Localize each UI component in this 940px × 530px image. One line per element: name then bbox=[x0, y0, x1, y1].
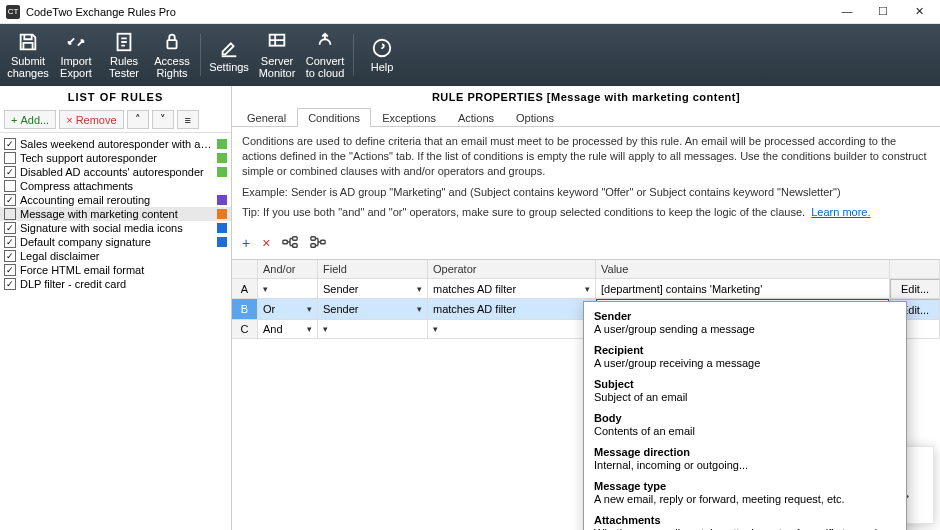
grid-header bbox=[890, 260, 940, 279]
learn-more-link[interactable]: Learn more. bbox=[811, 206, 870, 218]
grid-header: Field bbox=[318, 260, 428, 279]
rule-color-swatch bbox=[217, 251, 227, 261]
rule-row[interactable]: ✓Accounting email rerouting bbox=[0, 193, 231, 207]
rule-row[interactable]: ✓Legal disclaimer bbox=[0, 249, 231, 263]
operator-select[interactable]: matches AD filter bbox=[428, 279, 596, 299]
move-up-button[interactable]: ˄ bbox=[127, 110, 149, 129]
rule-checkbox[interactable] bbox=[4, 180, 16, 192]
tab-actions[interactable]: Actions bbox=[447, 108, 505, 127]
rule-name: DLP filter - credit card bbox=[20, 278, 213, 290]
field-select[interactable]: Sender bbox=[318, 279, 428, 299]
rule-color-swatch bbox=[217, 139, 227, 149]
tab-conditions[interactable]: Conditions bbox=[297, 108, 371, 127]
rule-checkbox[interactable]: ✓ bbox=[4, 222, 16, 234]
conditions-tip: Tip: If you use both "and" and "or" oper… bbox=[242, 205, 930, 220]
rule-color-swatch bbox=[217, 223, 227, 233]
rule-name: Tech support autoresponder bbox=[20, 152, 213, 164]
toolbar-access-rights[interactable]: Access Rights bbox=[150, 30, 194, 80]
dropdown-item[interactable]: BodyContents of an email bbox=[584, 408, 906, 442]
rule-checkbox[interactable] bbox=[4, 152, 16, 164]
rule-checkbox[interactable]: ✓ bbox=[4, 264, 16, 276]
rule-name: Disabled AD accounts' autoresponder bbox=[20, 166, 213, 178]
maximize-button[interactable]: ☐ bbox=[874, 5, 892, 18]
dropdown-item[interactable]: SenderA user/group sending a message bbox=[584, 306, 906, 340]
rule-color-swatch bbox=[217, 237, 227, 247]
grid-header bbox=[232, 260, 258, 279]
andor-select[interactable]: Or bbox=[258, 299, 318, 320]
rule-color-swatch bbox=[217, 181, 227, 191]
rule-row[interactable]: ✓Signature with social media icons bbox=[0, 221, 231, 235]
group-button[interactable] bbox=[282, 235, 298, 251]
grid-header: Operator bbox=[428, 260, 596, 279]
svg-rect-6 bbox=[293, 244, 297, 248]
rule-checkbox[interactable]: ✓ bbox=[4, 236, 16, 248]
rule-row[interactable]: ✓Disabled AD accounts' autoresponder bbox=[0, 165, 231, 179]
add-rule-button[interactable]: +Add... bbox=[4, 110, 56, 129]
svg-rect-7 bbox=[311, 237, 315, 241]
toolbar-settings[interactable]: Settings bbox=[207, 30, 251, 80]
row-label: C bbox=[232, 320, 258, 339]
rule-name: Compress attachments bbox=[20, 180, 213, 192]
row-label: B bbox=[232, 299, 258, 320]
rule-row[interactable]: Compress attachments bbox=[0, 179, 231, 193]
rule-checkbox[interactable]: ✓ bbox=[4, 138, 16, 150]
list-view-button[interactable]: ≡ bbox=[177, 110, 199, 129]
tab-general[interactable]: General bbox=[236, 108, 297, 127]
rule-color-swatch bbox=[217, 279, 227, 289]
rule-row[interactable]: Message with marketing content bbox=[0, 207, 231, 221]
toolbar-convert-to-cloud[interactable]: Convert to cloud bbox=[303, 30, 347, 80]
rule-name: Signature with social media icons bbox=[20, 222, 213, 234]
rule-row[interactable]: Tech support autoresponder bbox=[0, 151, 231, 165]
rule-name: Force HTML email format bbox=[20, 264, 213, 276]
andor-select[interactable] bbox=[258, 279, 318, 299]
svg-rect-9 bbox=[321, 240, 325, 244]
rule-checkbox[interactable]: ✓ bbox=[4, 250, 16, 262]
rule-row[interactable]: ✓DLP filter - credit card bbox=[0, 277, 231, 291]
operator-select[interactable]: matches AD filter bbox=[428, 299, 596, 320]
rule-checkbox[interactable]: ✓ bbox=[4, 194, 16, 206]
dropdown-item[interactable]: Message directionInternal, incoming or o… bbox=[584, 442, 906, 476]
rule-row[interactable]: ✓Force HTML email format bbox=[0, 263, 231, 277]
rule-name: Accounting email rerouting bbox=[20, 194, 213, 206]
minimize-button[interactable]: ― bbox=[838, 5, 856, 18]
close-button[interactable]: ✕ bbox=[910, 5, 928, 18]
grid-header: And/or bbox=[258, 260, 318, 279]
rule-color-swatch bbox=[217, 153, 227, 163]
svg-rect-8 bbox=[311, 244, 315, 248]
rule-checkbox[interactable] bbox=[4, 208, 16, 220]
value-cell[interactable]: [department] contains 'Marketing' bbox=[596, 279, 890, 299]
dropdown-item[interactable]: Message typeA new email, reply or forwar… bbox=[584, 476, 906, 510]
rule-name: Legal disclaimer bbox=[20, 250, 213, 262]
field-select[interactable] bbox=[318, 320, 428, 339]
remove-rule-button[interactable]: ×Remove bbox=[59, 110, 123, 129]
toolbar-help[interactable]: Help bbox=[360, 30, 404, 80]
rule-properties-heading: RULE PROPERTIES [Message with marketing … bbox=[232, 86, 940, 107]
rule-row[interactable]: ✓Sales weekend autoresponder with attach… bbox=[0, 137, 231, 151]
dropdown-item[interactable]: SubjectSubject of an email bbox=[584, 374, 906, 408]
dropdown-item[interactable]: RecipientA user/group receiving a messag… bbox=[584, 340, 906, 374]
dropdown-item[interactable]: AttachmentsWhether an email contains att… bbox=[584, 510, 906, 530]
toolbar-import-export[interactable]: Import Export bbox=[54, 30, 98, 80]
remove-condition-button[interactable]: × bbox=[262, 235, 270, 251]
add-condition-button[interactable]: + bbox=[242, 235, 250, 251]
operator-select[interactable] bbox=[428, 320, 596, 339]
ungroup-button[interactable] bbox=[310, 235, 326, 251]
toolbar-submit-changes[interactable]: Submit changes bbox=[6, 30, 50, 80]
rule-row[interactable]: ✓Default company signature bbox=[0, 235, 231, 249]
conditions-description: Conditions are used to define criteria t… bbox=[242, 134, 930, 179]
rule-checkbox[interactable]: ✓ bbox=[4, 166, 16, 178]
row-label: A bbox=[232, 279, 258, 299]
rule-name: Sales weekend autoresponder with attachm… bbox=[20, 138, 213, 150]
toolbar-server-monitor[interactable]: Server Monitor bbox=[255, 30, 299, 80]
rule-name: Default company signature bbox=[20, 236, 213, 248]
rule-color-swatch bbox=[217, 167, 227, 177]
move-down-button[interactable]: ˅ bbox=[152, 110, 174, 129]
toolbar-rules-tester[interactable]: Rules Tester bbox=[102, 30, 146, 80]
andor-select[interactable]: And bbox=[258, 320, 318, 339]
tab-options[interactable]: Options bbox=[505, 108, 565, 127]
field-select[interactable]: Sender bbox=[318, 299, 428, 320]
svg-rect-1 bbox=[167, 40, 176, 48]
rule-checkbox[interactable]: ✓ bbox=[4, 278, 16, 290]
edit-button[interactable]: Edit... bbox=[890, 279, 940, 299]
tab-exceptions[interactable]: Exceptions bbox=[371, 108, 447, 127]
